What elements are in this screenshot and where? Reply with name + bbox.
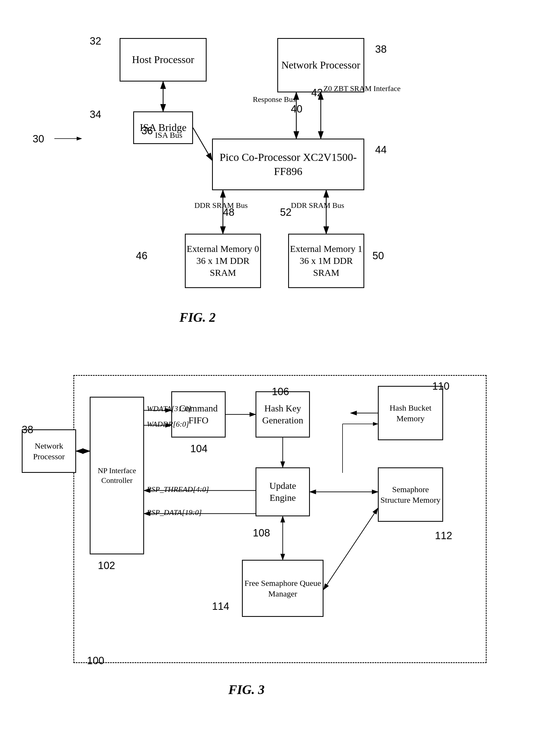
free-semaphore-box: Free Semaphore Queue Manager (242, 560, 323, 617)
ref-106: 106 (272, 386, 289, 397)
isa-bus-label: ISA Bus (155, 130, 182, 140)
fig2-caption: FIG. 2 (179, 310, 216, 325)
host-processor-box: Host Processor (120, 38, 207, 82)
semaphore-mem-label: Semaphore Structure Memory (379, 484, 442, 505)
update-engine-label: Update Engine (256, 480, 309, 504)
update-engine-box: Update Engine (256, 467, 310, 516)
ddr-sram-bus-right-label: DDR SRAM Bus (291, 201, 344, 210)
ref-110: 110 (432, 380, 449, 392)
ext-mem1-box: External Memory 1 36 x 1M DDR SRAM (288, 234, 364, 288)
waddr-signal-label: WADDR[6:0] (147, 420, 189, 428)
ref-34: 34 (90, 109, 101, 120)
fig3-network-processor-label: Network Processor (23, 440, 75, 462)
ext-mem0-label: External Memory 0 36 x 1M DDR SRAM (186, 243, 260, 279)
response-bus-label: Response Bus (253, 95, 296, 104)
hash-key-gen-box: Hash Key Generation (256, 391, 310, 437)
ref-114: 114 (212, 601, 229, 612)
ref-30: 30 (33, 133, 44, 145)
semaphore-mem-box: Semaphore Structure Memory (378, 467, 443, 522)
ref-48: 48 (223, 207, 234, 218)
wdata-signal-label: WDATA[31:0] (147, 404, 191, 413)
ref-40: 40 (291, 103, 302, 115)
ref-102: 102 (98, 560, 115, 571)
hash-key-gen-label: Hash Key Generation (256, 402, 309, 426)
svg-line-5 (193, 128, 212, 160)
pico-processor-label: Pico Co-Processor XC2V1500-FF896 (213, 150, 363, 179)
ext-mem0-box: External Memory 0 36 x 1M DDR SRAM (185, 234, 261, 288)
hash-bucket-mem-label: Hash Bucket Memory (379, 402, 442, 424)
ref-46: 46 (136, 250, 147, 262)
z0-zbt-label: Z0 ZBT SRAM Interface (323, 84, 400, 93)
fig3-caption: FIG. 3 (228, 682, 265, 697)
host-processor-label: Host Processor (132, 53, 194, 66)
hash-bucket-mem-box: Hash Bucket Memory (378, 386, 443, 440)
ref-50: 50 (372, 250, 384, 262)
free-semaphore-label: Free Semaphore Queue Manager (243, 578, 323, 599)
ref-42: 42 (311, 87, 323, 99)
ref-36: 36 (141, 125, 153, 137)
network-processor-label: Network Processor (281, 58, 360, 72)
np-interface-label: NP Interface Controller (91, 466, 143, 486)
ref-32: 32 (90, 35, 101, 47)
ref-108: 108 (253, 527, 270, 539)
fig2-diagram: 30 32 Host Processor Network Processor 3… (16, 16, 533, 337)
page: 30 32 Host Processor Network Processor 3… (0, 0, 560, 731)
rsp-data-signal-label: RSP_DATA[19:0] (147, 508, 202, 517)
ref-52: 52 (280, 207, 291, 218)
ref-104: 104 (190, 443, 207, 455)
command-fifo-box: Command FIFO (171, 391, 226, 437)
pico-processor-box: Pico Co-Processor XC2V1500-FF896 (212, 139, 364, 190)
ext-mem1-label: External Memory 1 36 x 1M DDR SRAM (289, 243, 363, 279)
ref-100-fig3: 100 (87, 655, 104, 667)
ref-38-fig3: 38 (22, 424, 33, 435)
rsp-thread-signal-label: RSP_THREAD[4:0] (147, 485, 209, 494)
ddr-sram-bus-left-label: DDR SRAM Bus (194, 201, 248, 210)
ref-44: 44 (375, 144, 387, 156)
fig3-network-processor-box: Network Processor (22, 429, 76, 473)
ref-112: 112 (435, 530, 452, 542)
ref-38: 38 (375, 43, 387, 55)
np-interface-box: NP Interface Controller (90, 397, 144, 554)
fig3-diagram: 100 Network Processor 38 NP Interface Co… (16, 369, 538, 709)
